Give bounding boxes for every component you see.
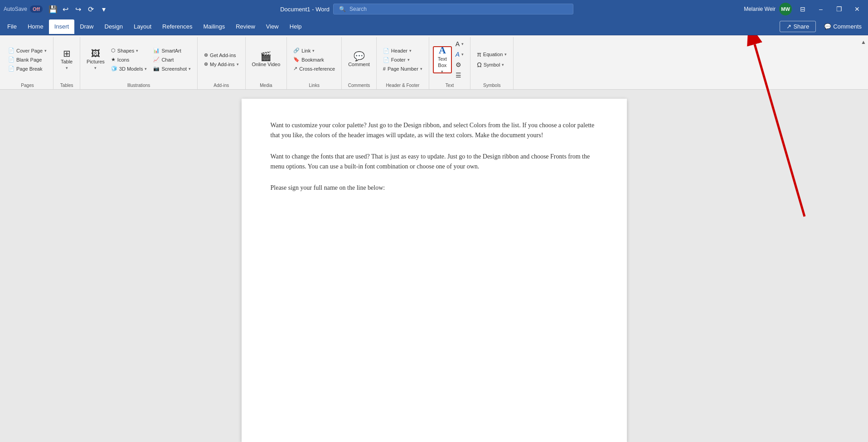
links-col: 🔗 Link ▾ 🔖 Bookmark ↗ Cross-reference	[291, 46, 338, 73]
title-bar: AutoSave Off 💾 ↩ ↪ ⟳ ▾ Document1 - Word …	[0, 0, 868, 18]
get-addins-button[interactable]: ⊕ Get Add-ins	[201, 51, 241, 59]
addins-items: ⊕ Get Add-ins ⊕ My Add-ins ▾	[201, 37, 241, 82]
online-video-label: Online Video	[252, 62, 281, 67]
screenshot-icon: 📷	[153, 66, 160, 72]
header-footer-label: Header & Footer	[386, 82, 419, 89]
search-box[interactable]: 🔍 Search	[333, 4, 573, 14]
toggle-state: Off	[33, 6, 40, 12]
signature-button[interactable]: ☰	[453, 70, 466, 80]
pictures-dropdown: ▾	[94, 66, 97, 70]
online-video-button[interactable]: 🎬 Online Video	[249, 46, 283, 73]
drop-cap-button[interactable]: ⚙	[453, 60, 466, 70]
footer-icon: 📄	[383, 57, 389, 63]
title-bar-right: Melanie Weir MW ⊟ – ❐ ✕	[744, 3, 864, 15]
smartart-button[interactable]: 📊 SmartArt	[150, 46, 194, 55]
symbol-button[interactable]: Ω Symbol ▾	[474, 60, 509, 70]
ribbon-group-tables: ⊞ Table ▾ Tables	[53, 37, 80, 89]
more-button[interactable]: ▾	[98, 3, 110, 15]
menu-insert[interactable]: Insert	[49, 19, 75, 34]
menu-review[interactable]: Review	[230, 19, 261, 34]
table-button[interactable]: ⊞ Table ▾	[57, 46, 76, 73]
3d-models-button[interactable]: 🧊 3D Models ▾	[108, 64, 150, 73]
menu-help[interactable]: Help	[284, 19, 307, 34]
autosave-label: AutoSave	[4, 6, 27, 12]
media-label: Media	[260, 82, 272, 89]
menu-layout[interactable]: Layout	[128, 19, 157, 34]
bookmark-button[interactable]: 🔖 Bookmark	[291, 55, 338, 64]
title-bar-left: AutoSave Off 💾 ↩ ↪ ⟳ ▾	[4, 3, 110, 15]
comment-button[interactable]: 💬 Comment	[345, 46, 373, 73]
user-name: Melanie Weir	[744, 6, 776, 12]
cover-page-label: Cover Page	[16, 48, 43, 53]
restore-button[interactable]: ❐	[832, 3, 846, 15]
screenshot-label: Screenshot	[161, 66, 187, 72]
page-number-label: Page Number	[388, 66, 418, 72]
comments-button[interactable]: 💬 Comments	[820, 21, 866, 32]
quick-parts-button[interactable]: A ▾	[453, 39, 466, 49]
chart-button[interactable]: 📈 Chart	[150, 55, 194, 64]
menu-design[interactable]: Design	[99, 19, 128, 34]
save-button[interactable]: 💾	[47, 3, 59, 15]
comment-label: Comment	[348, 62, 370, 67]
icons-button[interactable]: ★ Icons	[108, 55, 150, 64]
share-icon: ↗	[786, 23, 791, 30]
blank-page-button[interactable]: 📄 Blank Page	[5, 55, 49, 64]
menu-file[interactable]: File	[2, 19, 22, 34]
cross-reference-button[interactable]: ↗ Cross-reference	[291, 64, 338, 73]
minimize-button[interactable]: –	[814, 3, 828, 15]
equation-button[interactable]: π Equation ▾	[474, 49, 509, 59]
cover-page-button[interactable]: 📄 Cover Page ▾	[5, 46, 49, 55]
menu-bar: File Home Insert Draw Design Layout Refe…	[0, 18, 868, 35]
ribbon-group-header-footer: 📄 Header ▾ 📄 Footer ▾ # Page Number ▾	[377, 37, 429, 89]
my-addins-button[interactable]: ⊕ My Add-ins ▾	[201, 60, 241, 68]
menu-references[interactable]: References	[157, 19, 198, 34]
ribbon-group-media: 🎬 Online Video Media	[246, 37, 287, 89]
3d-models-icon: 🧊	[111, 66, 117, 72]
pages-col: 📄 Cover Page ▾ 📄 Blank Page 📄 Page Break	[5, 46, 49, 73]
symbol-icon: Ω	[477, 61, 481, 68]
autosave-icon[interactable]: ⟳	[85, 3, 97, 15]
header-button[interactable]: 📄 Header ▾	[380, 47, 425, 55]
footer-button[interactable]: 📄 Footer ▾	[380, 56, 425, 64]
share-button[interactable]: ↗ Share	[780, 21, 816, 32]
close-button[interactable]: ✕	[850, 3, 864, 15]
menu-view[interactable]: View	[261, 19, 284, 34]
menu-mailings[interactable]: Mailings	[198, 19, 231, 34]
cover-page-icon: 📄	[8, 48, 15, 53]
menu-home[interactable]: Home	[22, 19, 49, 34]
my-addins-label: My Add-ins	[210, 62, 234, 67]
text-items: A TextBox ▾ A ▾ A ▾ ⚙	[433, 37, 466, 82]
illustrations-items: 🖼 Pictures ▾ ⬡ Shapes ▾ ★ Icons 🧊	[84, 37, 194, 82]
pages-label: Pages	[21, 82, 34, 89]
text-box-button[interactable]: A TextBox ▾	[433, 46, 452, 73]
page-number-button[interactable]: # Page Number ▾	[380, 65, 425, 73]
shapes-button[interactable]: ⬡ Shapes ▾	[108, 46, 150, 55]
header-footer-col: 📄 Header ▾ 📄 Footer ▾ # Page Number ▾	[380, 47, 425, 73]
ribbon-collapse[interactable]: ▲	[861, 37, 866, 89]
text-col: A ▾ A ▾ ⚙ ☰	[453, 39, 466, 80]
redo-button[interactable]: ↪	[73, 3, 84, 15]
pictures-button[interactable]: 🖼 Pictures ▾	[84, 46, 107, 73]
smartart-icon: 📊	[153, 48, 160, 53]
symbol-label: Symbol	[484, 62, 500, 67]
undo-button[interactable]: ↩	[60, 3, 72, 15]
ribbon-display-button[interactable]: ⊟	[795, 3, 810, 15]
pictures-label: Pictures	[87, 59, 105, 65]
ribbon-group-comments: 💬 Comment Comments	[342, 37, 377, 89]
cover-page-dropdown: ▾	[44, 48, 47, 53]
symbols-label: Symbols	[483, 82, 500, 89]
ribbon-content: 📄 Cover Page ▾ 📄 Blank Page 📄 Page Break…	[0, 35, 868, 89]
autosave-toggle[interactable]: Off	[30, 5, 43, 13]
menu-draw[interactable]: Draw	[74, 19, 99, 34]
screenshot-button[interactable]: 📷 Screenshot ▾	[150, 64, 194, 73]
page-break-button[interactable]: 📄 Page Break	[5, 64, 49, 73]
document-page[interactable]: Want to customize your color palette? Ju…	[242, 99, 627, 442]
footer-label: Footer	[391, 57, 406, 62]
link-button[interactable]: 🔗 Link ▾	[291, 46, 338, 55]
table-label: Table	[61, 59, 73, 65]
ribbon-group-pages: 📄 Cover Page ▾ 📄 Blank Page 📄 Page Break…	[2, 37, 53, 89]
user-avatar[interactable]: MW	[779, 3, 792, 15]
tables-label: Tables	[60, 82, 73, 89]
paragraph-2: Want to change the fonts that are used? …	[271, 152, 598, 172]
wordart-button[interactable]: A ▾	[453, 49, 466, 59]
